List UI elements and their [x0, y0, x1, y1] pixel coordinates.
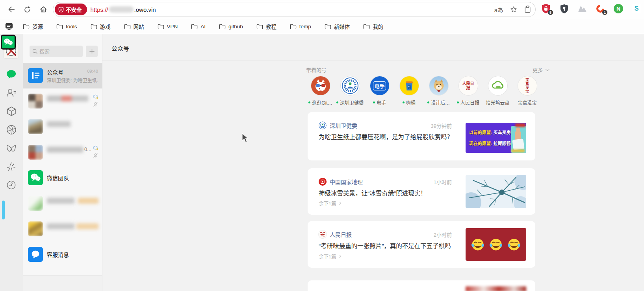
bookmark-label: temp	[299, 24, 311, 29]
article-title[interactable]: 为啥卫生纸上都要压花啊，是为了给屁股欣赏吗？	[319, 133, 460, 142]
bookmark-folder[interactable]: VPN	[155, 22, 180, 31]
bookmarks-bar: 资源 tools 游戏 网站 VPN AI github 教程 temp 新媒体…	[0, 19, 644, 34]
wechat-widget-icon[interactable]	[1, 35, 16, 50]
article-thumbnail[interactable]: 以前的愿望: 买车买房 现在的愿望: 拉屎顺畅	[466, 123, 526, 153]
favorite-star-icon[interactable]	[510, 6, 518, 13]
account-avatar: 人民日报	[459, 76, 478, 95]
redacted-avatar	[28, 221, 43, 236]
chat-item-redacted[interactable]	[23, 88, 102, 114]
back-button[interactable]	[6, 4, 17, 15]
chat-item-wechat-team[interactable]: 微信团队	[23, 165, 102, 191]
chat-item-redacted[interactable]	[23, 216, 102, 242]
bookmark-folder[interactable]: 教程	[254, 21, 279, 32]
remaining-articles-link[interactable]: 余下1篇	[319, 199, 341, 207]
bookmark-folder[interactable]: 网站	[122, 21, 147, 32]
chat-list-panel: 公众号 09:40 深圳卫健委: 为啥卫生纸... 0...	[23, 34, 102, 291]
article-thumbnail-partial	[466, 286, 526, 291]
bookmark-folder[interactable]: 我的	[361, 21, 386, 32]
account-shenzhen-health[interactable]: 深圳卫健委	[335, 76, 365, 106]
account-avatar	[400, 76, 419, 95]
article-account-name[interactable]: 中国国家地理	[330, 178, 363, 186]
search-input[interactable]	[39, 48, 75, 54]
account-baohe-meibao[interactable]: 宝盒没宝 宝盒没宝	[512, 76, 542, 106]
article-card-partial[interactable]	[308, 280, 535, 291]
security-badge[interactable]: 不安全	[55, 4, 87, 15]
bookmark-folder[interactable]: AI	[189, 22, 208, 31]
more-button[interactable]: 更多	[533, 66, 548, 74]
article-thumbnail[interactable]	[466, 175, 526, 208]
home-button[interactable]	[38, 4, 49, 15]
chat-item-redacted[interactable]	[23, 114, 102, 140]
chat-bubble-icon	[6, 69, 17, 79]
extension-c-tool[interactable]: 1	[595, 3, 606, 14]
chat-time: 09:40	[87, 69, 98, 74]
article-title[interactable]: 神级冰雪美景，让“冰雪奇缘”照进现实！	[319, 189, 460, 198]
nav-chats[interactable]	[6, 69, 17, 79]
nav-collections[interactable]	[6, 106, 17, 116]
bookmark-folder[interactable]: 游戏	[88, 21, 113, 32]
article-card[interactable]: 深圳卫健委 39分钟前 为啥卫生纸上都要压花啊，是为了给屁股欣赏吗？ 以前的愿望…	[308, 112, 535, 160]
chat-item-redacted[interactable]	[23, 191, 102, 216]
bookmark-folder[interactable]: github	[217, 22, 245, 31]
extension-privacy-shield[interactable]	[559, 3, 570, 14]
account-guangguang-git[interactable]: 逛逛Git…	[306, 76, 335, 106]
article-account-name[interactable]: 人民日报	[330, 230, 352, 238]
page-header: 公众号	[102, 34, 644, 61]
collections-clipboard-icon[interactable]	[524, 6, 531, 13]
refresh-button[interactable]	[22, 4, 33, 15]
chat-item-redacted[interactable]: 0...	[23, 140, 102, 165]
laughing-emoji	[507, 238, 521, 251]
article-card[interactable]: 人民日报 2小时前 “考研味最重的一张照片”，真的不是在下五子棋吗 余下1篇	[308, 221, 535, 268]
account-name: 拾光坞云盘	[486, 99, 509, 106]
bookmark-folder[interactable]: 资源	[20, 21, 45, 32]
bookmark-folder[interactable]: temp	[288, 22, 314, 31]
bookmark-folder[interactable]: tools	[54, 22, 80, 31]
nav-channels[interactable]	[6, 124, 17, 135]
refresh-icon	[23, 6, 32, 14]
article-card[interactable]: 中国国家地理 1小时前 神级冰雪美景，让“冰雪奇缘”照进现实！ 余下1篇	[308, 168, 535, 215]
article-title[interactable]: “考研味最重的一张照片”，真的不是在下五子棋吗	[319, 242, 460, 250]
gray-peaks-icon	[577, 4, 587, 13]
mute-bell-icon	[93, 101, 98, 107]
folder-icon	[56, 24, 63, 29]
extension-s-teal[interactable]: S	[631, 3, 642, 14]
account-dianshou[interactable]: 电手 电手	[365, 76, 394, 106]
reading-list-icon[interactable]	[5, 22, 13, 30]
nav-search[interactable]	[6, 161, 17, 172]
chat-preview: 深圳卫健委: 为啥卫生纸...	[47, 77, 98, 83]
contacts-icon	[6, 88, 17, 98]
redacted-chat-name	[47, 96, 88, 101]
account-shiguangwu[interactable]: 拾光坞云盘	[483, 76, 512, 106]
chevron-right-icon	[338, 254, 341, 258]
bookmark-folder[interactable]: 新媒体	[322, 21, 353, 32]
thumb-text-line: 现在的愿望: 拉屎顺畅	[469, 140, 511, 146]
address-bar[interactable]: 不安全 https:// .owo.vin aあ	[53, 2, 536, 17]
folder-icon	[158, 24, 164, 29]
rail-scroll-indicator[interactable]	[2, 201, 5, 219]
translate-icon[interactable]: aあ	[494, 6, 503, 14]
extension-mountain-a[interactable]	[577, 3, 588, 14]
account-sheji-hou[interactable]: 设计后…	[424, 76, 453, 106]
remaining-articles-link[interactable]: 余下1篇	[319, 252, 341, 260]
chat-title: 微信团队	[47, 174, 69, 182]
chat-item-service-messages[interactable]: 客服消息	[23, 242, 102, 267]
account-peoples-daily[interactable]: 人民日报 人民日报	[453, 76, 483, 106]
more-label: 更多	[533, 66, 543, 74]
extension-n-green[interactable]: N	[613, 3, 624, 14]
often-viewed-label: 常看的号	[306, 66, 327, 74]
add-chat-button[interactable]	[86, 46, 98, 57]
redacted-chat-name	[47, 147, 83, 153]
article-account-name[interactable]: 深圳卫健委	[330, 122, 357, 129]
extension-adblock-shield[interactable]: 5	[540, 3, 551, 14]
nav-contacts[interactable]	[6, 87, 17, 98]
page-title: 公众号	[111, 44, 129, 52]
chat-item-official-accounts[interactable]: 公众号 09:40 深圳卫健委: 为啥卫生纸...	[23, 63, 102, 88]
folder-icon	[23, 24, 30, 29]
article-thumbnail[interactable]	[466, 228, 526, 261]
cube-icon	[6, 106, 17, 116]
search-box[interactable]	[30, 46, 83, 57]
nav-mini-programs[interactable]	[6, 143, 17, 153]
account-logo-text: 电手	[373, 81, 386, 90]
nav-links[interactable]	[6, 180, 17, 190]
account-haitong[interactable]: 嗨桶	[394, 76, 424, 106]
